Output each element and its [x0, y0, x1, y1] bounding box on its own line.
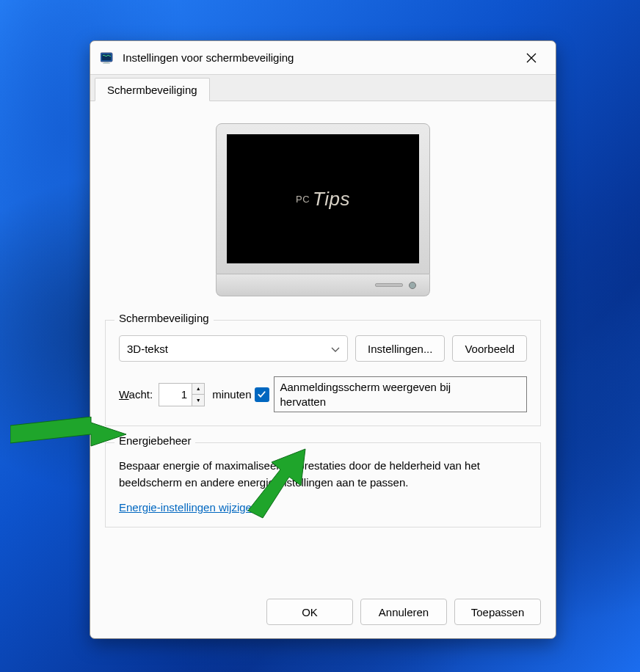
titlebar: Instellingen voor schermbeveiliging	[90, 41, 556, 75]
screensaver-select[interactable]: 3D-tekst	[119, 335, 348, 362]
group-energy-label: Energiebeheer	[114, 434, 195, 447]
apply-button[interactable]: Toepassen	[454, 599, 541, 625]
preview-screen: PC Tips	[227, 134, 419, 263]
wait-spinner-up[interactable]: ▲	[192, 384, 204, 395]
ok-button[interactable]: OK	[266, 599, 353, 625]
screensaver-icon	[101, 51, 115, 65]
settings-button[interactable]: Instellingen...	[355, 335, 445, 362]
dialog-content: PC Tips Schermbeveiliging 3D-tekst Inste…	[90, 101, 556, 588]
wait-spinner-down[interactable]: ▼	[192, 395, 204, 406]
svg-rect-3	[103, 62, 110, 64]
wait-label: Wacht:	[119, 388, 153, 401]
energy-text: Bespaar energie of maximaliseer de prest…	[119, 458, 527, 491]
preview-area: PC Tips	[105, 109, 541, 314]
cancel-button[interactable]: Annuleren	[360, 599, 447, 625]
svg-rect-1	[102, 54, 112, 60]
preview-button[interactable]: Voorbeeld	[452, 335, 527, 362]
tab-screensaver[interactable]: Schermbeveiliging	[95, 78, 210, 101]
screensaver-settings-dialog: Instellingen voor schermbeveiliging Sche…	[90, 40, 556, 639]
energy-settings-link[interactable]: Energie-instellingen wijzigen	[119, 501, 258, 514]
wait-spinner[interactable]: ▲ ▼	[159, 383, 205, 406]
group-screensaver: Schermbeveiliging 3D-tekst Instellingen.…	[105, 320, 541, 426]
group-energy: Energiebeheer Bespaar energie of maximal…	[105, 442, 541, 527]
wait-input[interactable]	[159, 384, 192, 406]
svg-rect-2	[104, 62, 109, 63]
close-button[interactable]	[514, 45, 548, 71]
tab-strip: Schermbeveiliging	[90, 75, 556, 101]
minutes-label: minuten	[212, 388, 251, 401]
dialog-footer: OK Annuleren Toepassen	[90, 588, 556, 638]
screensaver-select-value: 3D-tekst	[127, 343, 168, 355]
resume-checkbox[interactable]	[255, 387, 269, 402]
resume-checkbox-label[interactable]: Aanmeldingsscherm weergeven bij hervatte…	[274, 376, 527, 412]
monitor-preview: PC Tips	[216, 123, 430, 296]
window-title: Instellingen voor schermbeveiliging	[123, 51, 514, 64]
group-screensaver-label: Schermbeveiliging	[114, 312, 214, 324]
chevron-down-icon	[331, 343, 340, 355]
